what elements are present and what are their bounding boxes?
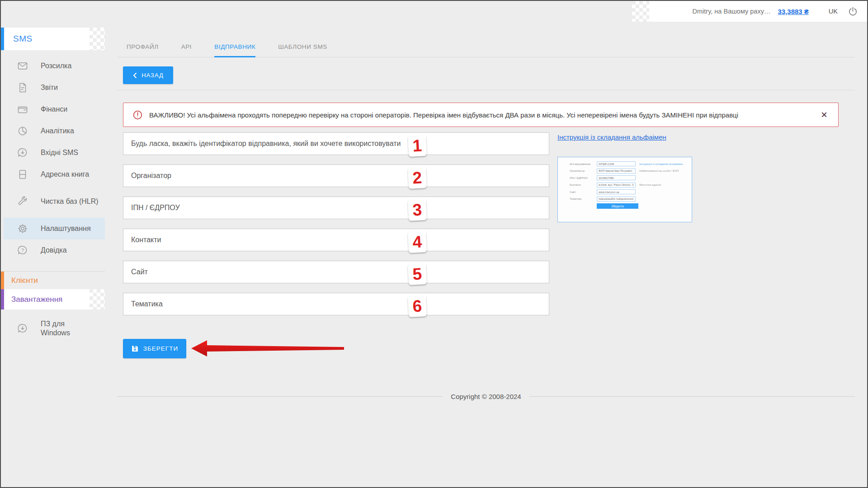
language-selector[interactable]: UK	[816, 8, 838, 15]
warning-banner: ВАЖЛИВО! Усі альфаімена проходять попере…	[123, 103, 839, 127]
checker-decoration	[90, 289, 105, 310]
back-button-label: НАЗАД	[142, 72, 164, 79]
example-row: Організатор ФОП Іванов Іван Петрович Най…	[570, 169, 692, 174]
sidebar-item-finansy[interactable]: Фінанси	[4, 99, 105, 120]
chevron-left-icon	[132, 72, 137, 79]
sidebar-item-zvity[interactable]: Звіти	[4, 77, 105, 99]
gear-icon	[17, 223, 28, 234]
footer-divider	[529, 396, 855, 397]
power-icon	[848, 6, 858, 17]
field-tax-id: 3	[123, 197, 549, 219]
example-row: ІПН / ЄДРПОУ 3219527389	[570, 175, 692, 180]
checker-decoration	[90, 28, 105, 50]
sender-id-input[interactable]	[123, 133, 549, 155]
flag-ukraine-icon	[816, 8, 826, 14]
inbox-bubble-icon	[17, 147, 28, 158]
save-button[interactable]: ЗБЕРЕГТИ	[123, 339, 186, 358]
website-input[interactable]	[123, 261, 549, 283]
sender-form: 1 2 3 4 5	[123, 132, 549, 325]
user-balance-text: Dmitry, на Вашому раху…	[693, 8, 771, 15]
envelope-icon	[17, 61, 28, 71]
content-divider	[117, 90, 855, 90]
sidebar: SMS Розсилка Звіти Фінанси	[1, 1, 105, 487]
sidebar-item-nalashtuvannia[interactable]: Налаштування	[4, 218, 105, 239]
warning-icon	[132, 110, 143, 120]
logo-text: SMS	[13, 34, 33, 44]
downloads-accent-bar	[1, 289, 4, 310]
tab-profile[interactable]: ПРОФАЙЛ	[127, 43, 159, 57]
logo-accent-bar	[1, 28, 4, 50]
sidebar-item-analityka[interactable]: Аналітика	[4, 120, 105, 142]
tax-id-input[interactable]	[123, 197, 549, 219]
tab-sms-templates[interactable]: ШАБЛОНИ SMS	[278, 43, 327, 57]
red-arrow-annotation	[190, 338, 346, 358]
aside-column: Інструкція із складання альфаімен Ім'я в…	[557, 133, 692, 325]
logout-button[interactable]	[848, 6, 858, 17]
sidebar-item-vhidni-sms[interactable]: Вхідні SMS	[4, 142, 105, 164]
sidebar-menu: Розсилка Звіти Фінанси Аналітика	[1, 55, 105, 261]
report-icon	[17, 82, 28, 93]
copyright-text: Copyright © 2008-2024	[451, 393, 521, 400]
example-row: Контакти м.Київ, вул. Раїси Окіпної, 3 Ф…	[570, 183, 692, 188]
wrench-icon	[17, 196, 28, 207]
help-bubble-icon: ?	[17, 245, 28, 256]
wallet-icon	[17, 104, 28, 115]
contacts-input[interactable]	[123, 229, 549, 251]
sidebar-section-clients[interactable]: Клієнти	[1, 272, 105, 289]
sidebar-section-downloads[interactable]: Завантаження	[1, 289, 105, 310]
field-contacts: 4	[123, 229, 549, 251]
sidebar-item-chystka-baz[interactable]: Чистка баз (HLR)	[4, 185, 105, 218]
topic-input[interactable]	[123, 293, 549, 315]
sidebar-item-rozsylka[interactable]: Розсилка	[4, 55, 105, 77]
example-row: Ім'я відправника INTER-COM Інструкція із…	[570, 161, 692, 166]
language-label: UK	[829, 8, 838, 15]
example-row: Сайт www.intercom.ua	[570, 189, 692, 194]
tab-sender[interactable]: ВІДПРАВНИК	[214, 43, 255, 57]
svg-text:?: ?	[21, 248, 24, 253]
warning-text: ВАЖЛИВО! Усі альфаімена проходять попере…	[149, 111, 738, 119]
download-bubble-icon	[17, 323, 28, 334]
close-icon[interactable]: ×	[819, 109, 829, 120]
sidebar-item-windows-app[interactable]: ПЗ для Windows	[4, 318, 105, 339]
clients-accent-bar	[1, 272, 4, 289]
example-row: Тематика Інформаційні повідомлення	[570, 197, 692, 202]
balance-link[interactable]: 33,3883 ₴	[778, 8, 808, 15]
pie-chart-icon	[17, 126, 28, 136]
save-button-label: ЗБЕРЕГТИ	[143, 345, 178, 352]
main-content: ПРОФАЙЛ API ВІДПРАВНИК ШАБЛОНИ SMS НАЗАД…	[105, 43, 867, 400]
sidebar-item-dovidka[interactable]: ? Довідка	[4, 239, 105, 261]
back-button[interactable]: НАЗАД	[123, 66, 173, 84]
organizer-input[interactable]	[123, 165, 549, 187]
example-save-button: Зберегти	[597, 203, 638, 209]
tab-api[interactable]: API	[181, 43, 192, 57]
tab-bar: ПРОФАЙЛ API ВІДПРАВНИК ШАБЛОНИ SMS	[117, 43, 855, 57]
instruction-link[interactable]: Інструкція із складання альфаімен	[557, 133, 666, 141]
address-book-icon	[17, 169, 28, 180]
field-topic: 6	[123, 293, 549, 315]
checker-decoration	[632, 1, 649, 22]
sidebar-logo[interactable]: SMS	[1, 28, 105, 50]
field-organizer: 2	[123, 164, 549, 187]
example-thumbnail[interactable]: Ім'я відправника INTER-COM Інструкція із…	[557, 157, 692, 222]
topbar: Dmitry, на Вашому раху… 33,3883 ₴ UK	[649, 1, 867, 22]
save-floppy-icon	[131, 345, 139, 352]
app-window: Dmitry, на Вашому раху… 33,3883 ₴ UK SMS…	[0, 0, 868, 488]
footer: Copyright © 2008-2024	[117, 393, 855, 400]
field-sender-id: 1	[123, 132, 549, 155]
field-website: 5	[123, 261, 549, 283]
footer-divider	[117, 396, 443, 397]
sidebar-item-adresna-knyha[interactable]: Адресна книга	[4, 164, 105, 185]
